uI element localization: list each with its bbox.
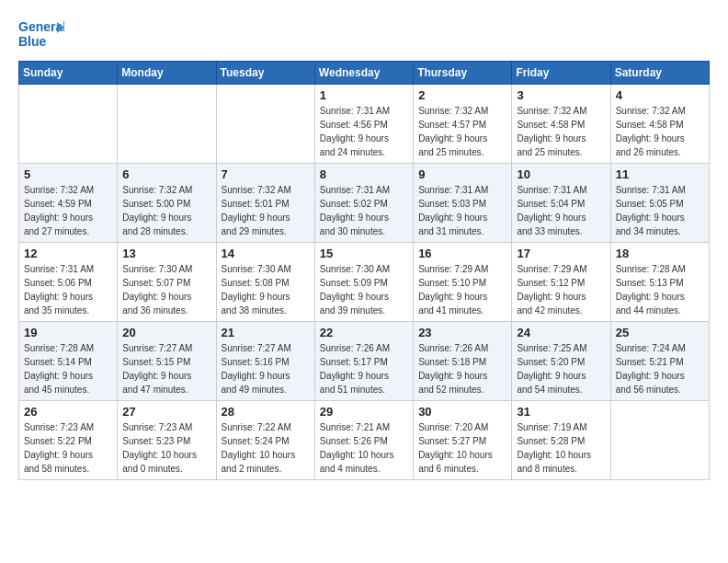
calendar-cell: 11Sunrise: 7:31 AM Sunset: 5:05 PM Dayli… xyxy=(610,164,709,243)
calendar-cell: 21Sunrise: 7:27 AM Sunset: 5:16 PM Dayli… xyxy=(216,322,314,401)
day-number: 26 xyxy=(24,405,112,419)
day-info: Sunrise: 7:25 AM Sunset: 5:20 PM Dayligh… xyxy=(517,341,605,396)
calendar-cell: 27Sunrise: 7:23 AM Sunset: 5:23 PM Dayli… xyxy=(118,401,216,480)
day-number: 28 xyxy=(222,405,310,419)
calendar-page: General Blue SundayMondayTuesdayWednesda… xyxy=(0,0,728,495)
day-info: Sunrise: 7:32 AM Sunset: 5:00 PM Dayligh… xyxy=(122,183,210,238)
calendar-cell xyxy=(118,85,216,164)
day-number: 9 xyxy=(418,167,506,181)
week-row-4: 19Sunrise: 7:28 AM Sunset: 5:14 PM Dayli… xyxy=(19,322,710,401)
day-info: Sunrise: 7:28 AM Sunset: 5:13 PM Dayligh… xyxy=(616,262,704,317)
day-header-row: SundayMondayTuesdayWednesdayThursdayFrid… xyxy=(19,62,710,85)
calendar-cell: 26Sunrise: 7:23 AM Sunset: 5:22 PM Dayli… xyxy=(19,401,118,480)
day-info: Sunrise: 7:31 AM Sunset: 5:05 PM Dayligh… xyxy=(616,183,704,238)
day-number: 13 xyxy=(122,247,210,260)
day-number: 14 xyxy=(222,247,310,260)
day-info: Sunrise: 7:28 AM Sunset: 5:14 PM Dayligh… xyxy=(24,341,112,396)
day-number: 5 xyxy=(24,167,112,181)
calendar-cell: 16Sunrise: 7:29 AM Sunset: 5:10 PM Dayli… xyxy=(414,243,512,322)
calendar-cell: 18Sunrise: 7:28 AM Sunset: 5:13 PM Dayli… xyxy=(610,243,709,322)
day-number: 17 xyxy=(517,247,605,260)
calendar-cell xyxy=(216,85,314,164)
day-number: 3 xyxy=(517,88,605,102)
week-row-3: 12Sunrise: 7:31 AM Sunset: 5:06 PM Dayli… xyxy=(19,243,710,322)
calendar-cell: 30Sunrise: 7:20 AM Sunset: 5:27 PM Dayli… xyxy=(414,401,512,480)
day-number: 24 xyxy=(517,326,605,339)
day-info: Sunrise: 7:22 AM Sunset: 5:24 PM Dayligh… xyxy=(222,420,310,476)
day-info: Sunrise: 7:31 AM Sunset: 5:04 PM Dayligh… xyxy=(517,183,605,238)
day-info: Sunrise: 7:32 AM Sunset: 4:59 PM Dayligh… xyxy=(24,183,112,238)
day-header-monday: Monday xyxy=(118,62,216,85)
calendar-cell: 1Sunrise: 7:31 AM Sunset: 4:56 PM Daylig… xyxy=(314,85,413,164)
calendar-cell: 29Sunrise: 7:21 AM Sunset: 5:26 PM Dayli… xyxy=(314,401,413,480)
calendar-cell: 4Sunrise: 7:32 AM Sunset: 4:58 PM Daylig… xyxy=(610,85,709,164)
day-number: 8 xyxy=(320,167,408,181)
day-number: 21 xyxy=(222,326,310,339)
calendar-body: 1Sunrise: 7:31 AM Sunset: 4:56 PM Daylig… xyxy=(19,85,710,480)
day-info: Sunrise: 7:23 AM Sunset: 5:22 PM Dayligh… xyxy=(24,420,112,476)
week-row-5: 26Sunrise: 7:23 AM Sunset: 5:22 PM Dayli… xyxy=(19,401,710,480)
calendar-cell xyxy=(19,85,118,164)
day-number: 22 xyxy=(320,326,408,339)
day-header-friday: Friday xyxy=(512,62,610,85)
calendar-cell: 31Sunrise: 7:19 AM Sunset: 5:28 PM Dayli… xyxy=(512,401,610,480)
day-info: Sunrise: 7:32 AM Sunset: 4:58 PM Dayligh… xyxy=(517,104,605,159)
day-info: Sunrise: 7:27 AM Sunset: 5:16 PM Dayligh… xyxy=(222,341,310,396)
day-number: 11 xyxy=(616,167,704,181)
logo: General Blue xyxy=(18,15,64,52)
day-number: 16 xyxy=(418,247,506,260)
calendar-cell: 25Sunrise: 7:24 AM Sunset: 5:21 PM Dayli… xyxy=(610,322,709,401)
calendar-cell: 14Sunrise: 7:30 AM Sunset: 5:08 PM Dayli… xyxy=(216,243,314,322)
calendar-cell: 20Sunrise: 7:27 AM Sunset: 5:15 PM Dayli… xyxy=(118,322,216,401)
day-number: 20 xyxy=(122,326,210,339)
day-number: 1 xyxy=(320,88,408,102)
day-info: Sunrise: 7:23 AM Sunset: 5:23 PM Dayligh… xyxy=(122,420,210,476)
svg-text:Blue: Blue xyxy=(18,34,47,49)
day-header-wednesday: Wednesday xyxy=(314,62,413,85)
day-number: 29 xyxy=(320,405,408,419)
day-number: 4 xyxy=(616,88,704,102)
calendar-cell: 24Sunrise: 7:25 AM Sunset: 5:20 PM Dayli… xyxy=(512,322,610,401)
day-number: 27 xyxy=(122,405,210,419)
day-number: 18 xyxy=(616,247,704,260)
calendar-cell: 9Sunrise: 7:31 AM Sunset: 5:03 PM Daylig… xyxy=(414,164,512,243)
logo-svg: General Blue xyxy=(18,15,64,52)
day-number: 19 xyxy=(24,326,112,339)
day-number: 23 xyxy=(418,326,506,339)
calendar-cell: 23Sunrise: 7:26 AM Sunset: 5:18 PM Dayli… xyxy=(414,322,512,401)
week-row-2: 5Sunrise: 7:32 AM Sunset: 4:59 PM Daylig… xyxy=(19,164,710,243)
day-number: 2 xyxy=(418,88,506,102)
calendar-cell: 6Sunrise: 7:32 AM Sunset: 5:00 PM Daylig… xyxy=(118,164,216,243)
calendar-cell: 7Sunrise: 7:32 AM Sunset: 5:01 PM Daylig… xyxy=(216,164,314,243)
week-row-1: 1Sunrise: 7:31 AM Sunset: 4:56 PM Daylig… xyxy=(19,85,710,164)
day-info: Sunrise: 7:32 AM Sunset: 4:58 PM Dayligh… xyxy=(616,104,704,159)
day-header-tuesday: Tuesday xyxy=(216,62,314,85)
calendar-cell: 22Sunrise: 7:26 AM Sunset: 5:17 PM Dayli… xyxy=(314,322,413,401)
day-number: 30 xyxy=(418,405,506,419)
calendar-cell: 8Sunrise: 7:31 AM Sunset: 5:02 PM Daylig… xyxy=(314,164,413,243)
day-number: 10 xyxy=(517,167,605,181)
calendar-cell: 13Sunrise: 7:30 AM Sunset: 5:07 PM Dayli… xyxy=(118,243,216,322)
day-number: 25 xyxy=(616,326,704,339)
day-info: Sunrise: 7:31 AM Sunset: 5:06 PM Dayligh… xyxy=(24,262,112,317)
day-info: Sunrise: 7:29 AM Sunset: 5:12 PM Dayligh… xyxy=(517,262,605,317)
day-info: Sunrise: 7:32 AM Sunset: 4:57 PM Dayligh… xyxy=(418,104,506,159)
day-number: 12 xyxy=(24,247,112,260)
calendar-table: SundayMondayTuesdayWednesdayThursdayFrid… xyxy=(18,61,710,480)
calendar-header: SundayMondayTuesdayWednesdayThursdayFrid… xyxy=(19,62,710,85)
day-info: Sunrise: 7:29 AM Sunset: 5:10 PM Dayligh… xyxy=(418,262,506,317)
day-info: Sunrise: 7:26 AM Sunset: 5:18 PM Dayligh… xyxy=(418,341,506,396)
calendar-cell: 19Sunrise: 7:28 AM Sunset: 5:14 PM Dayli… xyxy=(19,322,118,401)
day-header-sunday: Sunday xyxy=(19,62,118,85)
calendar-cell: 10Sunrise: 7:31 AM Sunset: 5:04 PM Dayli… xyxy=(512,164,610,243)
calendar-cell: 2Sunrise: 7:32 AM Sunset: 4:57 PM Daylig… xyxy=(414,85,512,164)
day-info: Sunrise: 7:32 AM Sunset: 5:01 PM Dayligh… xyxy=(222,183,310,238)
header: General Blue xyxy=(18,15,710,52)
calendar-cell: 15Sunrise: 7:30 AM Sunset: 5:09 PM Dayli… xyxy=(314,243,413,322)
day-info: Sunrise: 7:21 AM Sunset: 5:26 PM Dayligh… xyxy=(320,420,408,476)
day-number: 31 xyxy=(517,405,605,419)
day-info: Sunrise: 7:19 AM Sunset: 5:28 PM Dayligh… xyxy=(517,420,605,476)
calendar-cell: 12Sunrise: 7:31 AM Sunset: 5:06 PM Dayli… xyxy=(19,243,118,322)
day-info: Sunrise: 7:27 AM Sunset: 5:15 PM Dayligh… xyxy=(122,341,210,396)
day-info: Sunrise: 7:26 AM Sunset: 5:17 PM Dayligh… xyxy=(320,341,408,396)
